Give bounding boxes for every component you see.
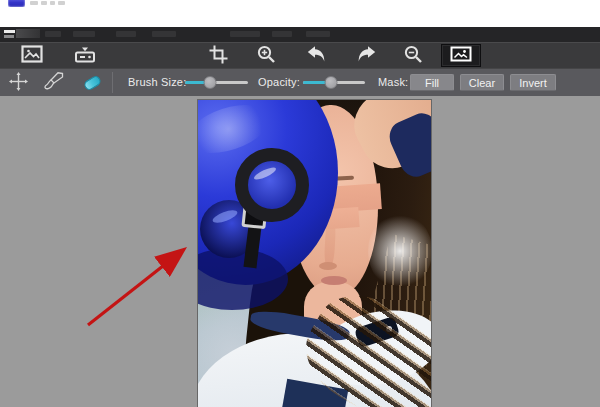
app-logo-icon (8, 0, 25, 7)
mask-fill-button[interactable]: Fill (410, 74, 454, 91)
menu-item[interactable] (306, 31, 330, 37)
title-bar (0, 0, 600, 27)
opacity-thumb[interactable] (324, 76, 337, 89)
main-toolbar (0, 42, 600, 68)
crop-icon (209, 45, 228, 68)
picture-icon (21, 45, 43, 67)
opacity-label: Opacity: (258, 76, 300, 88)
magnifier-minus-icon (404, 45, 423, 68)
import-button[interactable] (73, 45, 97, 67)
mask-clear-button[interactable]: Clear (460, 74, 504, 91)
picture-icon (450, 46, 472, 66)
title-text-fragment (50, 1, 55, 5)
preview-button[interactable] (441, 44, 481, 67)
background-light-spot (368, 212, 431, 290)
redo-button[interactable] (354, 45, 378, 67)
redo-arrow-icon (357, 46, 376, 67)
undo-button[interactable] (304, 45, 328, 67)
menu-item[interactable] (116, 31, 136, 37)
brush-size-slider[interactable] (185, 81, 248, 84)
brush-tool-button[interactable] (41, 73, 65, 93)
undo-arrow-icon (307, 46, 326, 67)
menu-item[interactable] (73, 31, 95, 37)
photo[interactable] (198, 100, 431, 407)
eraser-tool-button[interactable] (80, 73, 104, 93)
tool-options-bar: Brush Size: Opacity: Mask: Fill Clear In… (0, 68, 600, 96)
menu-logo-icon (4, 30, 15, 33)
menu-item[interactable] (272, 31, 292, 37)
magnifier-plus-icon (257, 45, 276, 68)
brush-size-label: Brush Size: (128, 76, 186, 88)
editing-canvas[interactable] (0, 96, 600, 407)
paintbrush-icon (43, 72, 64, 94)
brush-size-thumb[interactable] (204, 76, 217, 89)
menu-bar (0, 27, 600, 42)
import-box-icon (74, 45, 96, 67)
menu-logo-icon (16, 29, 40, 38)
lips (321, 276, 347, 285)
photo-editor-window: Brush Size: Opacity: Mask: Fill Clear In… (0, 0, 600, 407)
crop-button[interactable] (206, 45, 230, 67)
title-text-fragment (58, 1, 65, 5)
move-cross-icon (9, 72, 28, 95)
title-text-fragment (41, 1, 47, 5)
move-tool-button[interactable] (6, 73, 30, 93)
menu-item[interactable] (45, 31, 61, 37)
opacity-slider[interactable] (303, 81, 365, 84)
mask-invert-button[interactable]: Invert (510, 74, 556, 91)
toolbar-divider (112, 72, 113, 93)
menu-item[interactable] (152, 31, 176, 37)
menu-logo-icon (4, 35, 14, 38)
eraser-icon (82, 74, 102, 91)
mask-label: Mask: (378, 76, 408, 88)
nose-shadow (319, 262, 337, 270)
zoom-in-button[interactable] (254, 45, 278, 67)
title-text-fragment (30, 1, 38, 5)
helmet-ear-pad (235, 148, 309, 222)
open-image-button[interactable] (20, 45, 44, 67)
menu-item[interactable] (230, 31, 260, 37)
zoom-out-button[interactable] (401, 45, 425, 67)
